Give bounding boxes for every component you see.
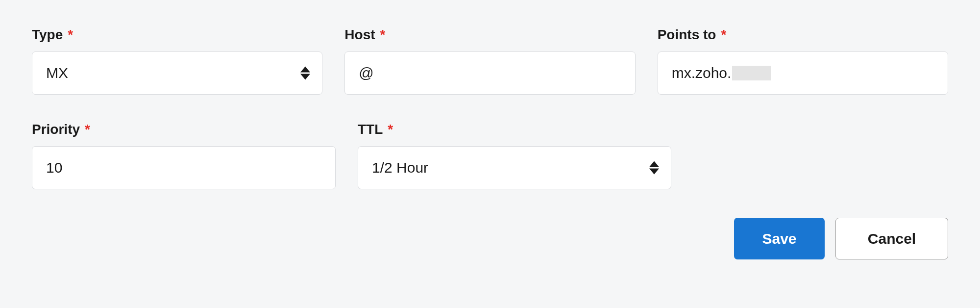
priority-input[interactable] xyxy=(46,159,321,176)
field-type: Type* MX xyxy=(32,27,322,95)
chevron-down-icon xyxy=(649,169,659,175)
chevron-down-icon xyxy=(300,74,310,80)
points-to-label: Points to* xyxy=(658,27,948,43)
required-mark: * xyxy=(85,122,90,137)
select-arrows-icon xyxy=(649,161,659,175)
type-value: MX xyxy=(46,65,293,81)
redacted-block xyxy=(732,66,771,80)
required-mark: * xyxy=(721,27,726,42)
required-mark: * xyxy=(380,27,386,42)
required-mark: * xyxy=(68,27,73,42)
chevron-up-icon xyxy=(649,161,659,167)
field-ttl: TTL* 1/2 Hour xyxy=(358,122,671,189)
ttl-value: 1/2 Hour xyxy=(372,159,641,176)
type-select[interactable]: MX xyxy=(32,51,322,95)
points-to-input-wrapper: mx.zoho. xyxy=(658,51,948,95)
select-arrows-icon xyxy=(300,67,310,80)
ttl-select[interactable]: 1/2 Hour xyxy=(358,146,671,189)
ttl-label: TTL* xyxy=(358,122,671,137)
dns-record-form: Type* MX Host* Points to* xyxy=(32,27,948,259)
host-label: Host* xyxy=(344,27,635,43)
priority-input-wrapper xyxy=(32,146,336,189)
type-label: Type* xyxy=(32,27,322,43)
host-input-wrapper xyxy=(344,51,635,95)
form-row-1: Type* MX Host* Points to* xyxy=(32,27,948,95)
field-host: Host* xyxy=(344,27,635,95)
cancel-button[interactable]: Cancel xyxy=(835,218,948,259)
field-points-to: Points to* mx.zoho. xyxy=(658,27,948,95)
points-to-input[interactable]: mx.zoho. xyxy=(672,65,934,81)
chevron-up-icon xyxy=(300,67,310,73)
form-row-2: Priority* TTL* 1/2 Hour xyxy=(32,122,948,189)
save-button[interactable]: Save xyxy=(734,218,825,259)
points-to-value: mx.zoho. xyxy=(672,65,732,81)
required-mark: * xyxy=(388,122,393,137)
button-row: Save Cancel xyxy=(32,218,948,259)
host-input[interactable] xyxy=(359,65,621,81)
priority-label: Priority* xyxy=(32,122,336,137)
field-priority: Priority* xyxy=(32,122,336,189)
